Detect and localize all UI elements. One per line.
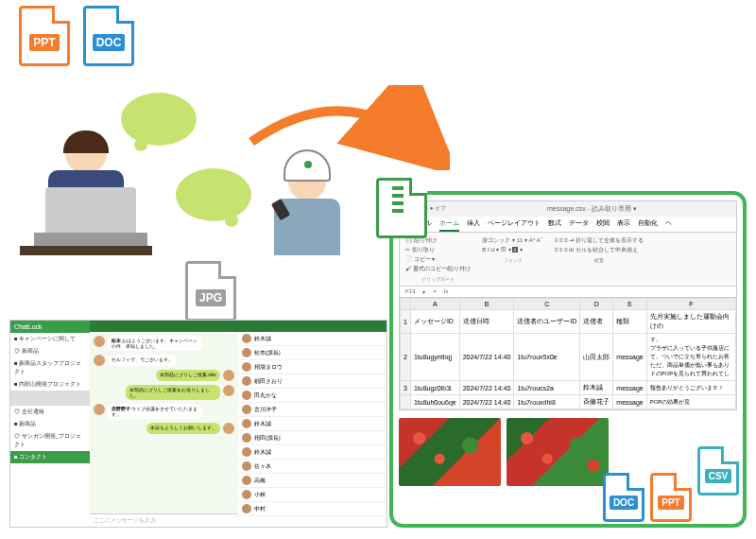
- table-row[interactable]: 21tu8ugyntbqj2024/7/22 14:401tu7roux5x0e…: [401, 334, 736, 381]
- table-row[interactable]: 31tu8ugz0lb3i2024/7/22 14:401tu7roucs2a鈴…: [401, 381, 736, 395]
- ribbon-tabs[interactable]: ファイルホーム挿入ページレイアウト数式データ校閲表示自動化ヘ: [400, 217, 736, 233]
- chat-message: セルフィで、でございます。: [94, 355, 234, 366]
- top-file-icons: PPT DOC: [19, 6, 134, 66]
- table-row[interactable]: 1メッセージID送信日時送信者のユーザーID送信者種類先月実施しました運動会向け…: [401, 310, 736, 334]
- contact-row[interactable]: 細田さおり: [238, 374, 387, 389]
- sidebar-item[interactable]: ■ 内部山開発プロジェクト: [10, 378, 90, 391]
- sidebar-item[interactable]: ■ 新商品: [10, 418, 90, 430]
- sidebar-item[interactable]: ◎ 全社連絡: [10, 406, 90, 418]
- chat-app-title: ChatLuck: [10, 321, 90, 333]
- sidebar-item: ■ コンタクト: [10, 451, 90, 463]
- chat-message: 本日もよろしくお願いします。: [94, 423, 234, 434]
- jpg-file-icon: JPG: [185, 261, 236, 322]
- contact-row[interactable]: 田丸かな: [238, 389, 387, 403]
- ribbon-tab[interactable]: 自動化: [638, 217, 658, 232]
- sidebar-item[interactable]: ■ キャンペーンに関して: [10, 333, 90, 345]
- ribbon-tab[interactable]: ページレイアウト: [488, 217, 541, 232]
- doc-file-icon: DOC: [83, 6, 134, 66]
- contact-row[interactable]: 鈴木誠: [238, 332, 387, 346]
- ribbon-tab[interactable]: 校閲: [596, 217, 610, 232]
- spreadsheet-grid[interactable]: ABCDEF 1メッセージID送信日時送信者のユーザーID送信者種類先月実施しま…: [400, 298, 736, 409]
- vegetable-photo: [507, 418, 609, 486]
- export-file-icons: DOC PPT CSV: [603, 473, 739, 522]
- ribbon-tab[interactable]: ホーム: [439, 217, 459, 232]
- sidebar-item[interactable]: ◎ 新商品: [10, 345, 90, 357]
- csv-file-icon: CSV: [697, 446, 739, 496]
- contact-row[interactable]: 相場タロウ: [238, 360, 387, 374]
- speech-bubble-icon: [176, 168, 251, 221]
- ribbon-tab[interactable]: データ: [569, 217, 589, 232]
- ribbon-tab[interactable]: 数式: [548, 217, 561, 232]
- contact-row[interactable]: 佐々木: [238, 460, 387, 474]
- ribbon-tab[interactable]: 表示: [617, 217, 630, 232]
- contact-row[interactable]: 相田(課長): [238, 431, 387, 445]
- contact-row[interactable]: 中村: [238, 502, 387, 516]
- table-row[interactable]: 1tu8uh0ou6qe2024/7/22 14:401tu7rouxdhi8斉…: [401, 395, 736, 409]
- sidebar-item[interactable]: ◎ サンガン開発_プロジェクト: [10, 430, 90, 451]
- contact-row[interactable]: 古川洋子: [238, 403, 387, 417]
- chat-message: 赤野野子 ウェブ会議をさせていただきます。: [94, 404, 234, 419]
- ppt-file-icon: PPT: [650, 473, 692, 522]
- arrow-icon: [242, 85, 450, 170]
- contact-row[interactable]: 高橋: [238, 474, 387, 488]
- zip-file-icon: [376, 178, 427, 238]
- vegetable-photo: [399, 418, 501, 486]
- doc-file-icon: DOC: [603, 473, 644, 522]
- businessman-illustration: [34, 132, 138, 255]
- chat-message: 松本 おはようございます。キャンペーンの件、承知しました。: [94, 336, 234, 351]
- sidebar-item[interactable]: ■ 新商品スタッフプロジェクト: [10, 357, 90, 378]
- chat-input[interactable]: ここにメッセージを入力: [90, 513, 238, 527]
- ppt-file-icon: PPT: [19, 6, 70, 66]
- contact-row[interactable]: 松本(課長): [238, 346, 387, 360]
- ribbon-tab[interactable]: 挿入: [467, 217, 480, 232]
- contact-row[interactable]: 鈴木誠: [238, 417, 387, 431]
- ribbon-tab[interactable]: ヘ: [665, 217, 672, 232]
- excel-window: 自動保存 ● オフ message.csv - 読み取り専用 ▾ ファイルホーム…: [399, 200, 737, 410]
- contact-row[interactable]: 小林: [238, 488, 387, 502]
- chat-app-screenshot: ChatLuck ■ キャンペーンに関して◎ 新商品■ 新商品スタッフプロジェク…: [9, 320, 387, 528]
- contact-row[interactable]: 鈴木誠: [238, 445, 387, 460]
- chat-message: 本部品にブリしご提案.xlsx: [94, 370, 234, 381]
- excel-export-panel: 自動保存 ● オフ message.csv - 読み取り専用 ▾ ファイルホーム…: [389, 191, 747, 528]
- chat-message: 本部品にブリしご提案をお送りしました。: [94, 385, 234, 400]
- ribbon[interactable]: 📋 貼り付け ✂ 切り取り 📄 コピー ▾ 🖌 書式のコピー/貼り付け クリップ…: [400, 233, 736, 287]
